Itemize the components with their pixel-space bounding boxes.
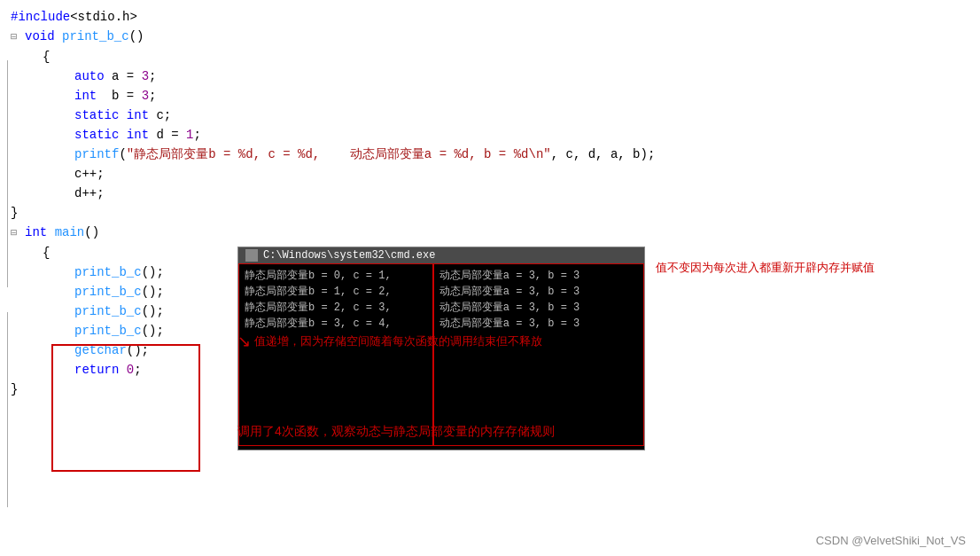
terminal-title: C:\Windows\system32\cmd.exe <box>263 249 435 262</box>
terminal-left-line2: 静态局部变量b = 1, c = 2, <box>245 284 427 300</box>
calls-red-box <box>51 344 200 472</box>
terminal-left-line1: 静态局部变量b = 0, c = 1, <box>245 268 427 284</box>
line-printf: printf("静态局部变量b = %d, c = %d, 动态局部变量a = … <box>74 145 969 164</box>
line-close-brace1: } <box>11 203 969 223</box>
collapse-marker-2: ⊟ <box>11 223 21 243</box>
annotation-arrow: ↘ 值递增，因为存储空间随着每次函数的调用结束但不释放 <box>237 332 654 351</box>
terminal-right-panel: 动态局部变量a = 3, b = 3 动态局部变量a = 3, b = 3 动态… <box>433 263 644 446</box>
collapse-line-1 <box>7 60 8 287</box>
line-void-func: ⊟void print_b_c() <box>11 27 969 47</box>
terminal-titlebar: C:\Windows\system32\cmd.exe <box>238 247 644 263</box>
line-auto-a: auto a = 3; <box>74 67 969 86</box>
collapse-line-2 <box>7 312 8 507</box>
terminal-left-line4: 静态局部变量b = 3, c = 4, <box>245 316 427 332</box>
terminal-left-line3: 静态局部变量b = 2, c = 3, <box>245 300 427 316</box>
terminal-body: 静态局部变量b = 0, c = 1, 静态局部变量b = 1, c = 2, … <box>238 263 644 446</box>
line-include: #include<stdio.h> <box>11 7 969 27</box>
line-int-main: ⊟int main() <box>11 223 969 243</box>
line-static-c: static int c; <box>74 106 969 125</box>
terminal-right-line3: 动态局部变量a = 3, b = 3 <box>439 300 638 316</box>
terminal-icon <box>245 249 258 262</box>
arrow-icon: ↘ <box>237 332 251 351</box>
annotation-right: 值不变因为每次进入都重新开辟内存并赋值 <box>656 259 957 277</box>
terminal-right-line4: 动态局部变量a = 3, b = 3 <box>439 316 638 332</box>
collapse-marker-1: ⊟ <box>11 27 21 47</box>
terminal-left-panel: 静态局部变量b = 0, c = 1, 静态局部变量b = 1, c = 2, … <box>238 263 433 446</box>
annotation-bottom: 调用了4次函数，观察动态与静态局部变量的内存存储规则 <box>237 424 663 440</box>
terminal-right-line1: 动态局部变量a = 3, b = 3 <box>439 268 638 284</box>
line-int-b: int b = 3; <box>74 86 969 106</box>
terminal-right-line2: 动态局部变量a = 3, b = 3 <box>439 284 638 300</box>
line-dpp: d++; <box>74 184 969 203</box>
watermark: CSDN @VelvetShiki_Not_VS <box>816 534 966 547</box>
include-keyword: #include <box>11 7 70 27</box>
line-cpp: c++; <box>74 164 969 184</box>
line-open-brace1: { <box>43 47 969 67</box>
line-static-d: static int d = 1; <box>74 125 969 145</box>
